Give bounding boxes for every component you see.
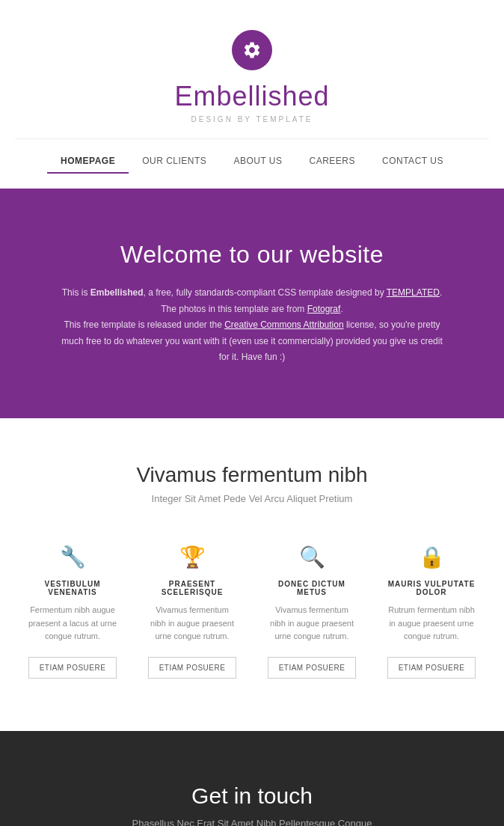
cc-license-link[interactable]: Creative Commons Attribution — [224, 319, 343, 330]
features-subtitle: Integer Sit Amet Pede Vel Arcu Aliquet P… — [15, 493, 489, 504]
contact-section: Get in touch Phasellus Nec Erat Sit Amet… — [0, 731, 504, 826]
features-section: Vivamus fermentum nibh Integer Sit Amet … — [0, 418, 504, 731]
feature-desc-2: Vivamus fermentum nibh in augue praesent… — [267, 604, 357, 643]
hero-title: Welcome to our website — [30, 241, 474, 269]
hero-description: This is Embellished, a free, fully stand… — [58, 285, 446, 366]
settings-icon — [242, 40, 262, 60]
feature-card-3: 🔒 MAURIS VULPUTATE DOLOR Rutrum fermentu… — [379, 537, 484, 686]
features-title: Vivamus fermentum nibh — [15, 463, 489, 487]
main-nav: HOMEPAGEOUR CLIENTSABOUT USCAREERSCONTAC… — [15, 138, 489, 174]
feature-btn-2[interactable]: Etiam posuere — [268, 657, 357, 679]
trophy-icon: 🏆 — [147, 545, 237, 569]
search-zoom-icon: 🔍 — [267, 545, 357, 569]
feature-btn-3[interactable]: Etiam posuere — [387, 657, 476, 679]
nav-item-homepage[interactable]: HOMEPAGE — [47, 150, 129, 174]
contact-subtitle: Phasellus Nec Erat Sit Amet Nibh Pellent… — [30, 818, 474, 826]
feature-grid: 🔧 VESTIBULUM VENENATIS Fermentum nibh au… — [20, 537, 484, 686]
feature-title-3: MAURIS VULPUTATE DOLOR — [387, 580, 476, 596]
nav-item-careers[interactable]: CAREERS — [296, 150, 369, 172]
feature-desc-3: Rutrum fermentum nibh in augue praesent … — [387, 604, 476, 643]
feature-title-2: DONEC DICTUM METUS — [267, 580, 357, 596]
feature-btn-1[interactable]: Etiam posuere — [148, 657, 237, 679]
nav-item-our-clients[interactable]: OUR CLIENTS — [129, 150, 220, 172]
templated-link[interactable]: TEMPLATED — [387, 287, 440, 298]
feature-desc-1: Vivamus fermentum nibh in augue praesent… — [147, 604, 237, 643]
feature-card-0: 🔧 VESTIBULUM VENENATIS Fermentum nibh au… — [20, 537, 125, 686]
fotograf-link[interactable]: Fotograf — [307, 304, 341, 314]
lock-icon: 🔒 — [387, 545, 476, 569]
site-header: Embellished DESIGN BY TEMPLATE HOMEPAGEO… — [0, 0, 504, 189]
brand-title: Embellished — [15, 81, 489, 112]
logo-icon — [232, 30, 272, 70]
feature-title-0: VESTIBULUM VENENATIS — [28, 580, 117, 596]
contact-title: Get in touch — [30, 783, 474, 809]
nav-item-contact-us[interactable]: CONTACT US — [369, 150, 457, 172]
nav-item-about-us[interactable]: ABOUT US — [220, 150, 295, 172]
brand-subtitle: DESIGN BY TEMPLATE — [15, 115, 489, 123]
feature-card-1: 🏆 PRAESENT SCELERISQUE Vivamus fermentum… — [140, 537, 245, 686]
feature-title-1: PRAESENT SCELERISQUE — [147, 580, 237, 596]
wrench-icon: 🔧 — [28, 545, 117, 569]
hero-section: Welcome to our website This is Embellish… — [0, 189, 504, 418]
feature-desc-0: Fermentum nibh augue praesent a lacus at… — [28, 604, 117, 643]
feature-btn-0[interactable]: Etiam posuere — [28, 657, 117, 679]
feature-card-2: 🔍 DONEC DICTUM METUS Vivamus fermentum n… — [259, 537, 364, 686]
